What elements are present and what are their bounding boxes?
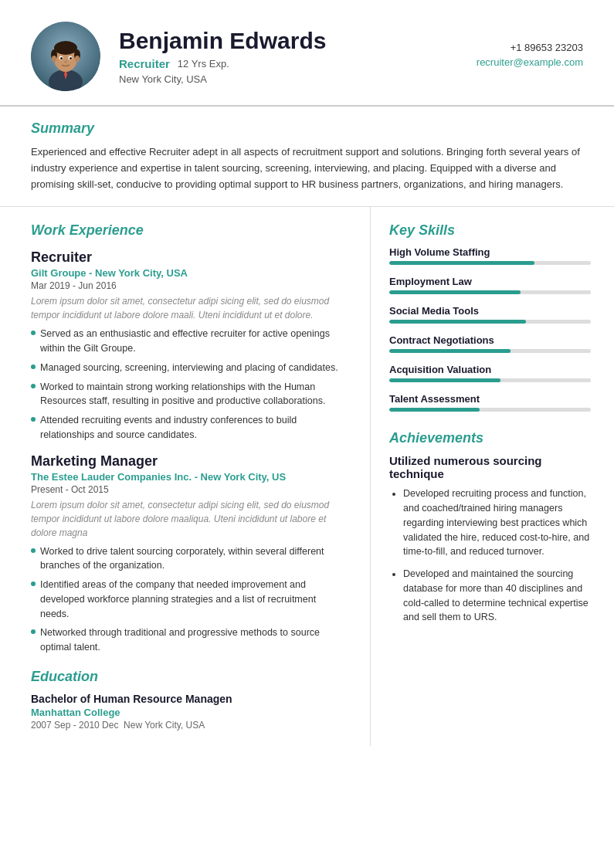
skill-2: Employment Law <box>389 276 591 294</box>
job-1-bullet-1: Served as an enthusiastic and effective … <box>31 327 347 356</box>
skill-1-name: High Volume Staffing <box>389 246 591 258</box>
job-2-bullet-3: Networked through traditional and progre… <box>31 626 347 655</box>
left-column: Work Experience Recruiter Gilt Groupe - … <box>0 207 371 746</box>
skill-1-bar-bg <box>389 261 591 265</box>
job-2: Marketing Manager The Estee Lauder Compa… <box>31 453 347 655</box>
achievements-bullets: Developed recruiting process and functio… <box>389 487 591 625</box>
skill-2-name: Employment Law <box>389 276 591 287</box>
skill-1-bar-fill <box>389 261 534 265</box>
skills-title: Key Skills <box>389 222 591 239</box>
job-1-title: Recruiter <box>31 249 347 266</box>
skill-2-bar-bg <box>389 290 591 294</box>
skill-3-name: Social Media Tools <box>389 305 591 317</box>
job-2-bullet-2: Identified areas of the company that nee… <box>31 578 347 621</box>
job-2-lorem: Lorem ipsum dolor sit amet, consectetur … <box>31 498 347 540</box>
bullet-dot <box>31 581 36 586</box>
work-experience-title: Work Experience <box>31 222 347 239</box>
skill-4: Contract Negotiations <box>389 334 591 353</box>
bullet-dot <box>31 417 36 422</box>
skill-3-bar-bg <box>389 320 591 324</box>
header-name: Benjamin Edwards <box>119 28 458 54</box>
avatar <box>31 22 100 91</box>
bullet-dot <box>31 629 36 634</box>
header-title-row: Recruiter 12 Yrs Exp. <box>119 57 458 70</box>
skill-5-bar-bg <box>389 378 591 382</box>
header-phone: +1 89653 23203 <box>477 42 583 53</box>
svg-point-16 <box>70 57 72 59</box>
job-2-bullets: Worked to drive talent sourcing corporat… <box>31 544 347 655</box>
skill-1: High Volume Staffing <box>389 246 591 265</box>
job-2-bullet-1: Worked to drive talent sourcing corporat… <box>31 544 347 574</box>
bullet-dot <box>31 548 36 553</box>
bullet-dot <box>31 364 36 369</box>
achievements-title: Achievements <box>389 430 591 446</box>
header-email: recruiter@example.com <box>477 56 583 68</box>
skill-3-bar-fill <box>389 320 526 324</box>
summary-title: Summary <box>31 120 583 137</box>
job-2-dates: Present - Oct 2015 <box>31 484 347 495</box>
summary-section: Summary Experienced and effective Recrui… <box>0 107 614 207</box>
main-content: Work Experience Recruiter Gilt Groupe - … <box>0 207 614 746</box>
achievements-subtitle: Utilized numerous sourcing technique <box>389 454 591 480</box>
job-1-bullet-2: Managed sourcing, screening, interviewin… <box>31 361 347 375</box>
skill-4-bar-fill <box>389 349 511 353</box>
job-2-company: The Estee Lauder Companies Inc. - New Yo… <box>31 471 347 483</box>
edu-school: Manhattan College <box>31 707 347 718</box>
header-exp: 12 Yrs Exp. <box>178 58 229 70</box>
skill-4-bar-bg <box>389 349 591 353</box>
header: Benjamin Edwards Recruiter 12 Yrs Exp. N… <box>0 0 614 107</box>
right-column: Key Skills High Volume Staffing Employme… <box>371 207 614 746</box>
skill-6-name: Talent Assessment <box>389 393 591 405</box>
svg-point-11 <box>52 56 56 62</box>
edu-dates: 2007 Sep - 2010 Dec New York City, USA <box>31 720 347 731</box>
skill-5-name: Acquisition Valuation <box>389 364 591 375</box>
achievements-section: Achievements Utilized numerous sourcing … <box>389 430 591 625</box>
job-1: Recruiter Gilt Groupe - New York City, U… <box>31 249 347 442</box>
resume-container: Benjamin Edwards Recruiter 12 Yrs Exp. N… <box>0 0 614 868</box>
job-1-bullet-3: Worked to maintain strong working relati… <box>31 380 347 409</box>
job-2-title: Marketing Manager <box>31 453 347 470</box>
bullet-dot <box>31 384 36 388</box>
job-1-dates: Mar 2019 - Jun 2016 <box>31 280 347 291</box>
bullet-dot <box>31 331 36 335</box>
work-experience-section: Work Experience Recruiter Gilt Groupe - … <box>31 222 347 655</box>
header-contact: +1 89653 23203 recruiter@example.com <box>477 42 583 71</box>
svg-point-17 <box>64 61 67 63</box>
achievement-2: Developed and maintained the sourcing da… <box>403 567 591 625</box>
edu-degree: Bachelor of Human Resource Managen <box>31 693 347 705</box>
skills-section: Key Skills High Volume Staffing Employme… <box>389 222 591 412</box>
achievement-1: Developed recruiting process and functio… <box>403 487 591 559</box>
skill-6: Talent Assessment <box>389 393 591 412</box>
skill-3: Social Media Tools <box>389 305 591 324</box>
skill-2-bar-fill <box>389 290 521 294</box>
education-title: Education <box>31 669 347 685</box>
skill-6-bar-fill <box>389 408 480 412</box>
svg-point-15 <box>60 57 63 59</box>
job-1-bullet-4: Attended recruiting events and industry … <box>31 413 347 442</box>
summary-text: Experienced and effective Recruiter adep… <box>31 144 583 192</box>
skill-5: Acquisition Valuation <box>389 364 591 382</box>
education-section: Education Bachelor of Human Resource Man… <box>31 669 347 731</box>
job-1-company: Gilt Groupe - New York City, USA <box>31 267 347 279</box>
header-info: Benjamin Edwards Recruiter 12 Yrs Exp. N… <box>119 28 458 85</box>
job-1-lorem: Lorem ipsum dolor sit amet, consectetur … <box>31 294 347 322</box>
skill-6-bar-bg <box>389 408 591 412</box>
header-location: New York City, USA <box>119 73 458 85</box>
svg-point-8 <box>54 41 77 55</box>
edu-entry-1: Bachelor of Human Resource Managen Manha… <box>31 693 347 731</box>
header-title: Recruiter <box>119 57 170 70</box>
skill-5-bar-fill <box>389 378 500 382</box>
skill-4-name: Contract Negotiations <box>389 334 591 346</box>
job-1-bullets: Served as an enthusiastic and effective … <box>31 327 347 442</box>
svg-point-12 <box>75 56 80 62</box>
